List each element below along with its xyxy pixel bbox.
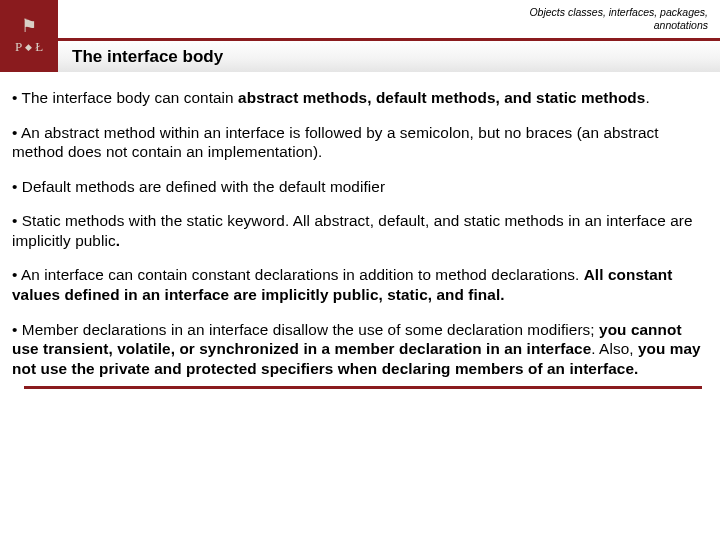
bullet-2-text: • An abstract method within an interface…	[12, 124, 659, 161]
bullet-4: • Static methods with the static keyword…	[12, 211, 710, 250]
bullet-4-bold: .	[116, 232, 120, 249]
bullet-3: • Default methods are defined with the d…	[12, 177, 710, 197]
bullet-1-pre: • The interface body can contain	[12, 89, 238, 106]
bullet-4-pre: • Static methods with the static keyword…	[12, 212, 693, 249]
bullet-5-pre: • An interface can contain constant decl…	[12, 266, 584, 283]
bullet-6-pre: • Member declarations in an interface di…	[12, 321, 599, 338]
bullet-1-bold: abstract methods, default methods, and s…	[238, 89, 645, 106]
bullet-6-mid: . Also,	[591, 340, 638, 357]
logo-letters: P ◆ Ł	[15, 39, 43, 55]
breadcrumb: Objects classes, interfaces, packages, a…	[529, 6, 708, 32]
eagle-icon: ⚑	[21, 17, 37, 35]
bullet-1: • The interface body can contain abstrac…	[12, 88, 710, 108]
shield-icon: ◆	[25, 42, 32, 52]
logo-letter-p: P	[15, 39, 22, 55]
slide-title-bar: The interface body	[58, 41, 720, 72]
slide-content: • The interface body can contain abstrac…	[0, 72, 720, 389]
breadcrumb-line2: annotations	[529, 19, 708, 32]
bullet-6: • Member declarations in an interface di…	[12, 320, 710, 379]
bullet-5: • An interface can contain constant decl…	[12, 265, 710, 304]
footer-rule	[24, 386, 702, 389]
slide-header: ⚑ P ◆ Ł Objects classes, interfaces, pac…	[0, 0, 720, 72]
logo-letter-l: Ł	[35, 39, 43, 55]
university-logo: ⚑ P ◆ Ł	[0, 0, 58, 72]
bullet-2: • An abstract method within an interface…	[12, 123, 710, 162]
breadcrumb-line1: Objects classes, interfaces, packages,	[529, 6, 708, 19]
bullet-1-post: .	[645, 89, 649, 106]
slide-title: The interface body	[72, 47, 223, 67]
bullet-3-text: • Default methods are defined with the d…	[12, 178, 385, 195]
